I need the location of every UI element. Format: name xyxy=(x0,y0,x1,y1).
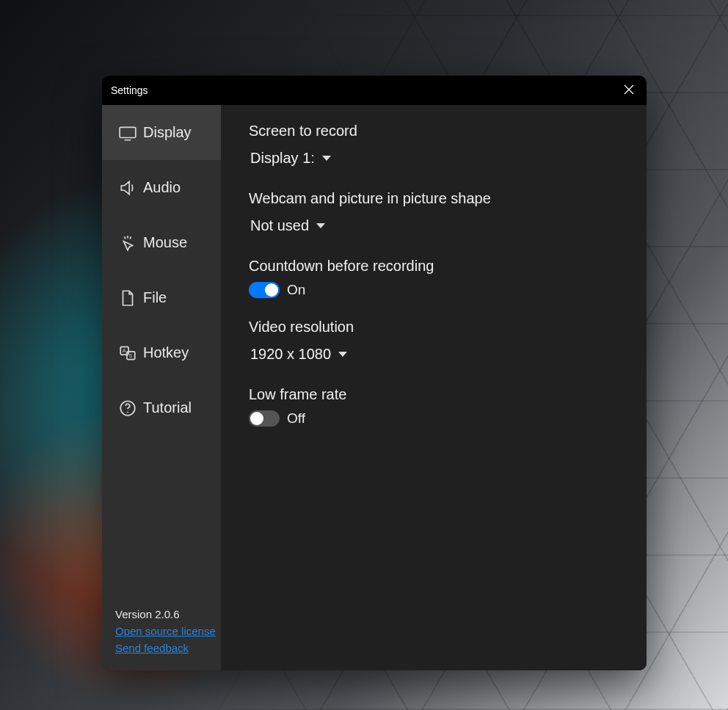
mouse-icon xyxy=(118,233,137,253)
hotkey-icon: AS xyxy=(118,344,137,363)
chevron-down-icon xyxy=(338,352,347,357)
toggle-knob xyxy=(265,283,278,297)
svg-text:A: A xyxy=(123,348,126,353)
low-frame-rate-toggle[interactable] xyxy=(249,410,280,427)
file-icon xyxy=(118,289,137,308)
sidebar-item-file[interactable]: File xyxy=(102,270,221,325)
chevron-down-icon xyxy=(316,223,325,228)
svg-text:S: S xyxy=(129,352,133,358)
sidebar-item-label: Audio xyxy=(143,179,181,196)
screen-to-record-label: Screen to record xyxy=(249,123,619,140)
sidebar-item-label: Mouse xyxy=(143,234,187,251)
low-frame-rate-label: Low frame rate xyxy=(249,386,619,403)
low-frame-rate-section: Low frame rate Off xyxy=(249,386,619,427)
window-titlebar: Settings xyxy=(102,76,647,105)
svg-point-9 xyxy=(127,411,128,413)
open-source-license-link[interactable]: Open source license xyxy=(115,625,208,637)
low-frame-rate-toggle-state: Off xyxy=(287,410,305,427)
settings-sidebar: Display Audio Mouse File xyxy=(102,105,221,670)
close-icon xyxy=(624,84,634,97)
resolution-dropdown[interactable]: 1920 x 1080 xyxy=(249,343,349,366)
chevron-down-icon xyxy=(322,156,331,161)
window-body: Display Audio Mouse File xyxy=(102,105,647,670)
sidebar-item-display[interactable]: Display xyxy=(102,105,221,160)
settings-window: Settings Display Audio xyxy=(102,76,647,670)
toggle-knob xyxy=(250,412,263,425)
countdown-label: Countdown before recording xyxy=(249,258,619,275)
window-title: Settings xyxy=(111,84,148,96)
resolution-section: Video resolution 1920 x 1080 xyxy=(249,319,619,366)
close-button[interactable] xyxy=(620,81,638,99)
sidebar-item-label: File xyxy=(143,289,167,306)
screen-select-value: Display 1: xyxy=(250,150,315,167)
sidebar-item-mouse[interactable]: Mouse xyxy=(102,215,221,270)
svg-rect-2 xyxy=(120,127,136,137)
webcam-shape-section: Webcam and picture in picture shape Not … xyxy=(249,190,619,237)
countdown-toggle-state: On xyxy=(287,282,305,298)
sidebar-item-hotkey[interactable]: AS Hotkey xyxy=(102,325,221,380)
sidebar-footer: Version 2.0.6 Open source license Send f… xyxy=(102,608,221,670)
tutorial-icon xyxy=(118,399,137,418)
display-icon xyxy=(118,123,137,142)
sidebar-item-tutorial[interactable]: Tutorial xyxy=(102,380,221,435)
sidebar-item-label: Hotkey xyxy=(143,344,189,361)
webcam-shape-dropdown[interactable]: Not used xyxy=(249,214,327,237)
countdown-toggle[interactable] xyxy=(249,282,280,298)
webcam-shape-label: Webcam and picture in picture shape xyxy=(249,190,619,207)
resolution-label: Video resolution xyxy=(249,319,619,336)
sidebar-item-label: Display xyxy=(143,124,192,141)
screen-to-record-section: Screen to record Display 1: xyxy=(249,123,619,170)
screen-select-dropdown[interactable]: Display 1: xyxy=(249,147,332,170)
send-feedback-link[interactable]: Send feedback xyxy=(115,642,208,654)
resolution-value: 1920 x 1080 xyxy=(250,346,331,363)
settings-content: Screen to record Display 1: Webcam and p… xyxy=(221,105,647,670)
webcam-shape-value: Not used xyxy=(250,217,309,234)
sidebar-item-audio[interactable]: Audio xyxy=(102,160,221,215)
audio-icon xyxy=(118,178,137,198)
countdown-section: Countdown before recording On xyxy=(249,258,619,298)
sidebar-item-label: Tutorial xyxy=(143,399,192,416)
version-label: Version 2.0.6 xyxy=(115,608,208,620)
